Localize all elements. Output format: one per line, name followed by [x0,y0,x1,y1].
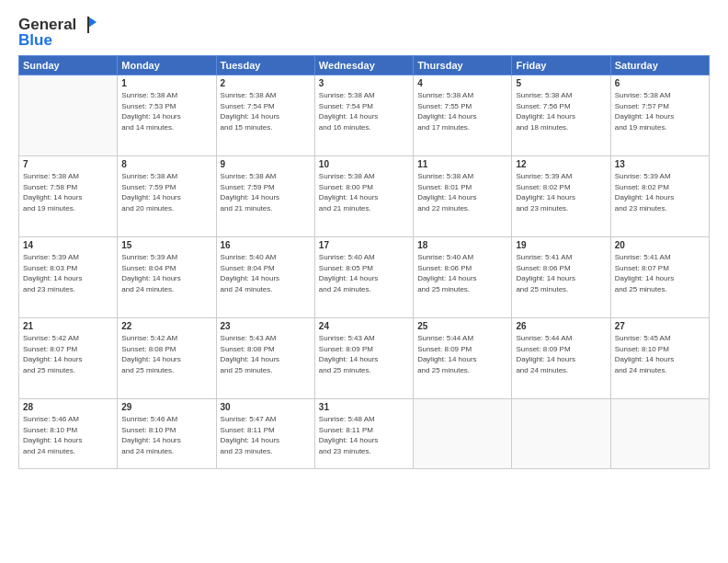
calendar-cell: 28Sunrise: 5:46 AMSunset: 8:10 PMDayligh… [19,399,118,469]
day-info: Sunrise: 5:43 AMSunset: 8:09 PMDaylight:… [319,333,409,375]
calendar-cell: 23Sunrise: 5:43 AMSunset: 8:08 PMDayligh… [216,318,314,399]
day-number: 18 [417,240,507,250]
weekday-header-sunday: Sunday [19,56,118,75]
day-info: Sunrise: 5:38 AMSunset: 7:59 PMDaylight:… [221,171,311,213]
day-info: Sunrise: 5:39 AMSunset: 8:02 PMDaylight:… [516,171,606,213]
calendar-cell: 24Sunrise: 5:43 AMSunset: 8:09 PMDayligh… [314,318,413,399]
day-info: Sunrise: 5:47 AMSunset: 8:11 PMDaylight:… [221,414,311,456]
calendar-cell: 13Sunrise: 5:39 AMSunset: 8:02 PMDayligh… [610,156,709,237]
day-info: Sunrise: 5:41 AMSunset: 8:06 PMDaylight:… [516,252,606,294]
day-number: 23 [221,321,311,331]
day-info: Sunrise: 5:48 AMSunset: 8:11 PMDaylight:… [319,414,409,456]
logo: General Blue [18,15,98,50]
day-number: 16 [221,240,311,250]
day-info: Sunrise: 5:38 AMSunset: 7:56 PMDaylight:… [516,90,606,132]
day-number: 31 [319,402,409,412]
calendar-cell: 4Sunrise: 5:38 AMSunset: 7:55 PMDaylight… [414,75,512,156]
calendar-week-3: 14Sunrise: 5:39 AMSunset: 8:03 PMDayligh… [19,237,710,318]
day-info: Sunrise: 5:42 AMSunset: 8:08 PMDaylight:… [121,333,211,375]
calendar-cell: 12Sunrise: 5:39 AMSunset: 8:02 PMDayligh… [512,156,610,237]
day-info: Sunrise: 5:41 AMSunset: 8:07 PMDaylight:… [615,252,705,294]
day-number: 29 [121,402,211,412]
day-number: 13 [615,159,705,169]
weekday-header-friday: Friday [512,56,610,75]
calendar-week-2: 7Sunrise: 5:38 AMSunset: 7:58 PMDaylight… [19,156,710,237]
day-info: Sunrise: 5:38 AMSunset: 7:54 PMDaylight:… [221,90,311,132]
day-info: Sunrise: 5:38 AMSunset: 8:00 PMDaylight:… [319,171,409,213]
day-info: Sunrise: 5:38 AMSunset: 7:58 PMDaylight:… [23,171,113,213]
calendar-cell: 30Sunrise: 5:47 AMSunset: 8:11 PMDayligh… [216,399,314,469]
calendar-cell: 18Sunrise: 5:40 AMSunset: 8:06 PMDayligh… [414,237,512,318]
calendar-cell: 1Sunrise: 5:38 AMSunset: 7:53 PMDaylight… [118,75,216,156]
day-info: Sunrise: 5:40 AMSunset: 8:06 PMDaylight:… [417,252,507,294]
day-number: 12 [516,159,606,169]
day-info: Sunrise: 5:39 AMSunset: 8:03 PMDaylight:… [23,252,113,294]
calendar-cell: 10Sunrise: 5:38 AMSunset: 8:00 PMDayligh… [314,156,413,237]
calendar-cell: 3Sunrise: 5:38 AMSunset: 7:54 PMDaylight… [314,75,413,156]
day-number: 11 [417,159,507,169]
page-header: General Blue [18,15,710,50]
calendar-cell: 19Sunrise: 5:41 AMSunset: 8:06 PMDayligh… [512,237,610,318]
day-number: 8 [121,159,211,169]
calendar-cell [414,399,512,469]
calendar-cell: 21Sunrise: 5:42 AMSunset: 8:07 PMDayligh… [19,318,118,399]
day-number: 19 [516,240,606,250]
day-info: Sunrise: 5:38 AMSunset: 7:59 PMDaylight:… [121,171,211,213]
svg-rect-1 [87,17,89,33]
calendar-cell: 20Sunrise: 5:41 AMSunset: 8:07 PMDayligh… [610,237,709,318]
weekday-header-tuesday: Tuesday [216,56,314,75]
day-info: Sunrise: 5:40 AMSunset: 8:05 PMDaylight:… [319,252,409,294]
day-info: Sunrise: 5:38 AMSunset: 7:55 PMDaylight:… [417,90,507,132]
calendar-cell: 14Sunrise: 5:39 AMSunset: 8:03 PMDayligh… [19,237,118,318]
logo-flag-icon [78,15,98,35]
day-info: Sunrise: 5:45 AMSunset: 8:10 PMDaylight:… [615,333,705,375]
day-number: 24 [319,321,409,331]
day-number: 22 [121,321,211,331]
calendar-cell [610,399,709,469]
svg-marker-0 [88,17,97,28]
calendar-cell: 2Sunrise: 5:38 AMSunset: 7:54 PMDaylight… [216,75,314,156]
day-info: Sunrise: 5:46 AMSunset: 8:10 PMDaylight:… [121,414,211,456]
calendar-cell: 9Sunrise: 5:38 AMSunset: 7:59 PMDaylight… [216,156,314,237]
day-number: 6 [615,78,705,88]
day-number: 26 [516,321,606,331]
calendar-cell: 25Sunrise: 5:44 AMSunset: 8:09 PMDayligh… [414,318,512,399]
day-number: 17 [319,240,409,250]
day-number: 15 [121,240,211,250]
day-number: 3 [319,78,409,88]
day-number: 21 [23,321,113,331]
calendar-cell: 31Sunrise: 5:48 AMSunset: 8:11 PMDayligh… [314,399,413,469]
calendar-cell: 11Sunrise: 5:38 AMSunset: 8:01 PMDayligh… [414,156,512,237]
day-number: 5 [516,78,606,88]
calendar-week-4: 21Sunrise: 5:42 AMSunset: 8:07 PMDayligh… [19,318,710,399]
day-number: 30 [221,402,311,412]
calendar-header-row: SundayMondayTuesdayWednesdayThursdayFrid… [19,56,710,75]
calendar-week-1: 1Sunrise: 5:38 AMSunset: 7:53 PMDaylight… [19,75,710,156]
calendar-week-5: 28Sunrise: 5:46 AMSunset: 8:10 PMDayligh… [19,399,710,469]
day-info: Sunrise: 5:42 AMSunset: 8:07 PMDaylight:… [23,333,113,375]
day-info: Sunrise: 5:46 AMSunset: 8:10 PMDaylight:… [23,414,113,456]
day-info: Sunrise: 5:40 AMSunset: 8:04 PMDaylight:… [221,252,311,294]
day-info: Sunrise: 5:44 AMSunset: 8:09 PMDaylight:… [417,333,507,375]
day-info: Sunrise: 5:38 AMSunset: 8:01 PMDaylight:… [417,171,507,213]
day-info: Sunrise: 5:39 AMSunset: 8:04 PMDaylight:… [121,252,211,294]
calendar-cell: 29Sunrise: 5:46 AMSunset: 8:10 PMDayligh… [118,399,216,469]
day-number: 2 [221,78,311,88]
day-number: 20 [615,240,705,250]
day-info: Sunrise: 5:38 AMSunset: 7:54 PMDaylight:… [319,90,409,132]
weekday-header-thursday: Thursday [414,56,512,75]
calendar-cell [512,399,610,469]
day-info: Sunrise: 5:44 AMSunset: 8:09 PMDaylight:… [516,333,606,375]
day-number: 28 [23,402,113,412]
calendar-cell: 16Sunrise: 5:40 AMSunset: 8:04 PMDayligh… [216,237,314,318]
day-info: Sunrise: 5:38 AMSunset: 7:53 PMDaylight:… [121,90,211,132]
day-number: 7 [23,159,113,169]
weekday-header-saturday: Saturday [610,56,709,75]
day-number: 10 [319,159,409,169]
weekday-header-monday: Monday [118,56,216,75]
calendar-cell: 6Sunrise: 5:38 AMSunset: 7:57 PMDaylight… [610,75,709,156]
calendar-cell [19,75,118,156]
day-number: 1 [121,78,211,88]
day-number: 25 [417,321,507,331]
day-number: 27 [615,321,705,331]
